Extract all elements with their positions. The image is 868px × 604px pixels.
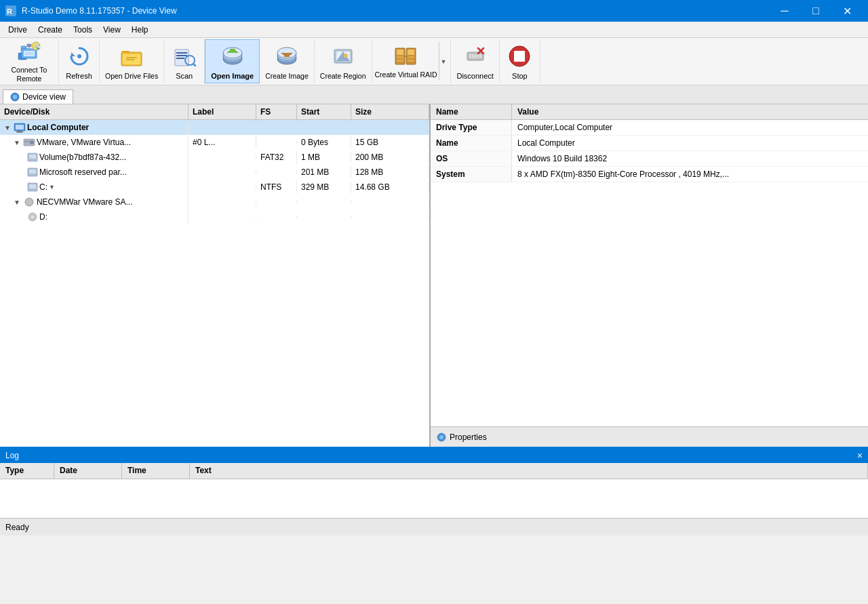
svg-point-78 xyxy=(439,435,443,439)
ms-reserved-fs xyxy=(256,171,297,174)
svg-point-76 xyxy=(31,216,34,218)
open-drive-files-button[interactable]: Open Drive Files xyxy=(100,39,164,83)
title-bar-controls: ─ □ ✕ xyxy=(769,0,863,22)
log-close-button[interactable]: × xyxy=(857,450,863,461)
close-button[interactable]: ✕ xyxy=(831,0,863,22)
col-header-device-disk: Device/Disk xyxy=(0,104,189,119)
tree-row-vmware1[interactable]: ▼ VMware, VMware Virtua... #0 L... 0 Byt… xyxy=(0,135,429,150)
properties-footer-label: Properties xyxy=(450,432,487,442)
disconnect-label: Disconnect xyxy=(456,72,493,80)
device-panel: Device/Disk Label FS Start Size ▼ Local … xyxy=(0,104,431,447)
scan-label: Scan xyxy=(176,72,193,80)
scan-button[interactable]: Scan xyxy=(164,39,205,83)
vmware1-label: #0 L... xyxy=(189,136,256,148)
ms-reserved-label xyxy=(189,171,256,174)
partition-icon-fat32 xyxy=(27,152,38,163)
svg-rect-62 xyxy=(16,132,23,133)
properties-footer: Properties xyxy=(431,426,868,447)
tree-row-d-drive[interactable]: D: xyxy=(0,209,429,224)
necvmwar-start xyxy=(297,201,351,203)
create-image-button[interactable]: Create Image xyxy=(260,39,315,83)
vmware1-start: 0 Bytes xyxy=(297,136,351,148)
stop-button[interactable]: Stop xyxy=(500,39,540,83)
prop-row-system: System 8 x AMD FX(tm)-8350 Eight-Core Pr… xyxy=(431,167,868,182)
log-col-time: Time xyxy=(122,463,190,479)
create-region-button[interactable]: Create Region xyxy=(315,39,372,83)
necvmwar-size xyxy=(351,201,429,203)
svg-rect-45 xyxy=(408,60,414,62)
connect-to-remote-button[interactable]: 📡 Connect To Remote xyxy=(0,39,59,83)
vmware1-name: VMware, VMware Virtua... xyxy=(37,138,131,147)
log-body xyxy=(0,479,868,518)
local-computer-start xyxy=(297,126,351,129)
d-drive-fs xyxy=(256,216,297,218)
svg-point-64 xyxy=(30,141,33,144)
tree-row-ms-reserved[interactable]: Microsoft reserved par... 201 MB 128 MB xyxy=(0,165,429,180)
partition-icon-c xyxy=(27,182,38,193)
menu-bar: Drive Create Tools View Help xyxy=(0,22,868,38)
d-drive-name: D: xyxy=(39,212,47,222)
c-drive-start: 329 MB xyxy=(297,181,351,193)
prop-val-os: Windows 10 Build 18362 xyxy=(512,151,868,166)
create-virtual-raid-label: Create Virtual RAID xyxy=(375,71,437,79)
svg-rect-65 xyxy=(24,141,30,142)
minimize-button[interactable]: ─ xyxy=(769,0,800,22)
network-icon: 📡 xyxy=(16,39,43,64)
refresh-icon xyxy=(66,43,93,70)
d-drive-size xyxy=(351,216,429,218)
create-image-label: Create Image xyxy=(265,72,309,80)
menu-view[interactable]: View xyxy=(98,24,126,36)
hard-drive-icon-1 xyxy=(23,137,35,148)
disconnect-button[interactable]: Disconnect xyxy=(451,39,499,83)
ms-reserved-name: Microsoft reserved par... xyxy=(39,167,127,177)
prop-key-drive-type: Drive Type xyxy=(431,120,512,135)
local-computer-name: Local Computer xyxy=(27,123,89,132)
svg-rect-20 xyxy=(176,55,187,56)
menu-drive[interactable]: Drive xyxy=(3,24,33,36)
open-image-icon xyxy=(219,43,246,70)
tab-device-view[interactable]: Device view xyxy=(3,89,73,104)
cdrom-icon xyxy=(23,197,35,207)
maximize-button[interactable]: □ xyxy=(800,0,831,22)
refresh-label: Refresh xyxy=(66,72,92,80)
menu-tools[interactable]: Tools xyxy=(68,24,98,36)
app-icon: R xyxy=(5,5,16,16)
svg-rect-69 xyxy=(29,169,36,174)
menu-create[interactable]: Create xyxy=(33,24,68,36)
c-drive-fs: NTFS xyxy=(256,181,297,193)
svg-point-58 xyxy=(13,95,17,99)
svg-line-23 xyxy=(193,64,195,66)
necvmwar-expand-arrow: ▼ xyxy=(14,199,20,206)
svg-rect-43 xyxy=(408,49,414,55)
open-image-button[interactable]: Open Image xyxy=(205,39,260,83)
folder-icon xyxy=(118,43,145,70)
svg-rect-33 xyxy=(284,53,290,57)
vmware1-expand-arrow: ▼ xyxy=(14,139,20,146)
col-header-start: Start xyxy=(297,104,351,119)
svg-rect-9 xyxy=(27,44,31,47)
svg-text:📡: 📡 xyxy=(35,43,41,50)
tree-row-c-drive[interactable]: C: ▼ NTFS 329 MB 14.68 GB xyxy=(0,180,429,195)
tree-row-necvmwar[interactable]: ▼ NECVMWar VMware SA... xyxy=(0,195,429,209)
menu-help[interactable]: Help xyxy=(126,24,154,36)
cdrom-partition-icon xyxy=(27,212,38,222)
vol-fat32-start: 1 MB xyxy=(297,151,351,163)
create-virtual-raid-button[interactable]: Create Virtual RAID ▼ xyxy=(372,39,452,83)
log-column-headers: Type Date Time Text xyxy=(0,463,868,479)
svg-rect-48 xyxy=(469,54,481,58)
svg-marker-12 xyxy=(71,52,75,56)
refresh-button[interactable]: Refresh xyxy=(59,39,100,83)
ms-reserved-size: 128 MB xyxy=(351,166,429,178)
tree-row-vol-fat32[interactable]: Volume(b7bdf87a-432... FAT32 1 MB 200 MB xyxy=(0,150,429,165)
device-view-tab-icon xyxy=(10,92,20,102)
properties-table: Drive Type Computer,Local Computer Name … xyxy=(431,120,868,426)
log-col-type: Type xyxy=(0,463,54,479)
create-region-label: Create Region xyxy=(320,72,366,80)
raid-dropdown-arrow-icon[interactable]: ▼ xyxy=(441,58,447,65)
local-computer-fs xyxy=(256,126,297,129)
computer-group-icon xyxy=(14,122,26,133)
d-drive-start xyxy=(297,216,351,218)
svg-rect-28 xyxy=(230,49,235,53)
tree-row-local-computer[interactable]: ▼ Local Computer xyxy=(0,120,429,135)
create-region-icon xyxy=(330,43,357,70)
